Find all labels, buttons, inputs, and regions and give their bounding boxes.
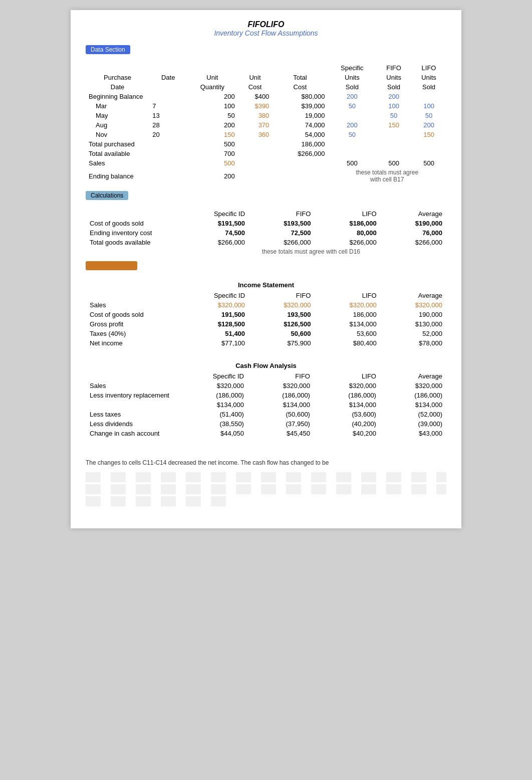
- row-average: (186,000): [380, 391, 446, 400]
- row-specific: $77,100: [176, 338, 249, 348]
- row-date: 28: [149, 120, 187, 130]
- sub2-h8: Sold: [411, 82, 446, 92]
- calc-note: these totals must agree with cell D16: [176, 247, 446, 256]
- row-lifo: 200: [411, 120, 446, 130]
- row-average: 190,000: [381, 310, 446, 319]
- table-row: Total goods available $266,000 $266,000 …: [86, 238, 446, 247]
- answer-section-label: Answer Section: [86, 261, 137, 270]
- row-date: 7: [149, 101, 187, 111]
- row-label: Sales: [86, 158, 187, 168]
- row-average: $320,000: [381, 300, 446, 310]
- row-unit-cost: 370: [238, 120, 273, 130]
- row-label: Gross profit: [86, 319, 176, 329]
- col-h6: Specific: [328, 63, 377, 73]
- row-average: $320,000: [380, 381, 446, 391]
- cf-col-0: [86, 371, 176, 381]
- cf-header-row: Specific ID FIFO LIFO Average: [86, 371, 446, 381]
- row-fifo: 193,500: [249, 310, 315, 319]
- sub-h3: Unit: [187, 73, 237, 82]
- col-h3: [187, 63, 237, 73]
- sub2-h7: Sold: [376, 82, 411, 92]
- table-row: May 13 50 380 19,000 50 50: [86, 111, 446, 120]
- row-label: Less dividends: [86, 419, 176, 429]
- row-qty: 50: [187, 111, 237, 120]
- data-table: Specific FIFO LIFO Purchase Date Unit Un…: [86, 63, 446, 184]
- calc-col-0: [86, 209, 176, 219]
- row-fifo: 150: [376, 120, 411, 130]
- row-fifo: 500: [376, 158, 411, 168]
- row-date: 13: [149, 111, 187, 120]
- row-fifo: 100: [376, 101, 411, 111]
- row-fifo: (50,600): [248, 410, 314, 419]
- table-row: Gross profit $128,500 $126,500 $134,000 …: [86, 319, 446, 329]
- cash-flow-table: Cash Flow Analysis Specific ID FIFO LIFO…: [86, 361, 446, 438]
- row-specific: $191,500: [176, 219, 249, 228]
- row-lifo: $320,000: [314, 381, 380, 391]
- row-average: (52,000): [380, 410, 446, 419]
- row-average: 76,000: [381, 228, 446, 238]
- data-table-subheader-row: Purchase Date Unit Unit Total Units Unit…: [86, 73, 446, 82]
- cf-title-row: Cash Flow Analysis: [86, 361, 446, 371]
- row-unit-cost: $400: [238, 92, 273, 101]
- table-row: Sales 500 500 500 500: [86, 158, 446, 168]
- row-lifo: (40,200): [314, 419, 380, 429]
- table-row: Mar 7 100 $390 $39,000 50 100 100: [86, 101, 446, 111]
- row-unit-cost: 360: [238, 130, 273, 139]
- row-fifo: (37,950): [248, 419, 314, 429]
- table-row: Less taxes (51,400) (50,600) (53,600) (5…: [86, 410, 446, 419]
- row-label: Cost of goods sold: [86, 219, 176, 228]
- col-h1: [86, 63, 187, 73]
- row-label: Net income: [86, 338, 176, 348]
- row-unit-cost: $390: [238, 101, 273, 111]
- table-row: Total available 700 $266,000: [86, 149, 446, 158]
- data-table-subheader2-row: Date Quantity Cost Cost Sold Sold Sold: [86, 82, 446, 92]
- row-label: Sales: [86, 381, 176, 391]
- row-average: $43,000: [380, 429, 446, 438]
- calc-note-empty: [86, 247, 176, 256]
- sub-h6: Units: [328, 73, 377, 82]
- is-col-2: FIFO: [249, 291, 315, 300]
- row-empty: [328, 149, 377, 158]
- calculations-section: Calculations: [86, 191, 446, 205]
- row-label: Ending inventory cost: [86, 228, 176, 238]
- row-empty: [328, 139, 377, 149]
- row-lifo: 80,000: [315, 228, 380, 238]
- row-label: Taxes (40%): [86, 329, 176, 338]
- calc-col-1: Specific ID: [176, 209, 249, 219]
- row-empty: [376, 149, 411, 158]
- row-lifo: $186,000: [315, 219, 380, 228]
- sub-h7: Units: [376, 73, 411, 82]
- row-specific: $134,000: [176, 400, 248, 410]
- row-label: Mar: [86, 101, 149, 111]
- row-specific: $320,000: [176, 381, 248, 391]
- row-lifo: 500: [411, 158, 446, 168]
- row-empty: [411, 149, 446, 158]
- row-fifo: $193,500: [249, 219, 315, 228]
- table-row: Sales $320,000 $320,000 $320,000 $320,00…: [86, 381, 446, 391]
- row-total-cost: $80,000: [272, 92, 328, 101]
- row-lifo: $134,000: [315, 319, 380, 329]
- row-unit-cost: 380: [238, 111, 273, 120]
- is-col-3: LIFO: [315, 291, 380, 300]
- sub2-h6: Sold: [328, 82, 377, 92]
- row-lifo: 53,600: [315, 329, 380, 338]
- row-fifo: 200: [376, 92, 411, 101]
- bottom-note: The changes to cells C11-C14 decreased t…: [86, 458, 446, 467]
- row-lifo: (186,000): [314, 391, 380, 400]
- sub-h2: Date: [149, 73, 187, 82]
- row-fifo: $134,000: [248, 400, 314, 410]
- watermark-2: [86, 484, 446, 494]
- row-label: [86, 400, 176, 410]
- sub-h4: Unit: [238, 73, 273, 82]
- sub-h5: Total: [272, 73, 328, 82]
- row-specific: [328, 111, 377, 120]
- row-lifo: 150: [411, 130, 446, 139]
- row-fifo: $320,000: [248, 381, 314, 391]
- row-specific: (51,400): [176, 410, 248, 419]
- row-lifo: (53,600): [314, 410, 380, 419]
- calculations-label: Calculations: [86, 191, 128, 200]
- cf-col-1: Specific ID: [176, 371, 248, 381]
- row-label: Total goods available: [86, 238, 176, 247]
- is-header-row: Specific ID FIFO LIFO Average: [86, 291, 446, 300]
- calc-col-4: Average: [381, 209, 446, 219]
